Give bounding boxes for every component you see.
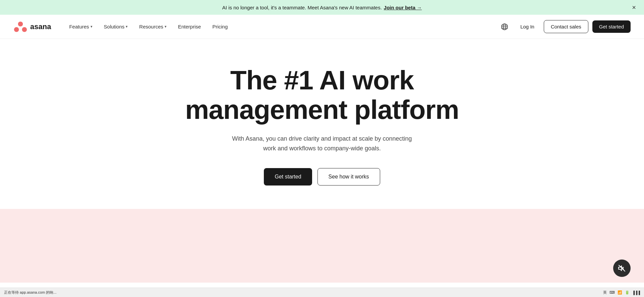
get-started-nav-button[interactable]: Get started [592,20,631,33]
loading-status-text: 正在等待 app.asana.com 的响... [4,290,57,295]
nav-item-solutions[interactable]: Solutions ▾ [99,21,133,32]
banner-cta-link[interactable]: Join our beta → [384,5,422,10]
svg-point-2 [22,27,27,32]
announcement-banner: AI is no longer a tool, it's a teammate.… [0,0,644,15]
keyboard-icon: ⌨ [609,290,615,295]
nav-item-resources[interactable]: Resources ▾ [134,21,171,32]
hero-get-started-button[interactable]: Get started [264,168,312,185]
svg-point-0 [18,21,23,26]
logo-link[interactable]: asana [13,20,51,34]
svg-point-1 [14,27,19,32]
status-bar-left: 正在等待 app.asana.com 的响... [4,290,57,295]
mute-button[interactable] [613,259,631,277]
chevron-down-icon: ▾ [126,24,128,29]
battery-icon: 🔋 [625,290,630,295]
banner-close-button[interactable]: × [632,4,636,11]
hero-visual-section [0,209,644,283]
main-navigation: asana Features ▾ Solutions ▾ Resources ▾… [0,15,644,39]
asana-logo-icon [13,20,27,34]
network-icon: 📶 [618,290,622,295]
hero-cta-buttons: Get started See how it works [264,168,380,185]
status-bar: 正在等待 app.asana.com 的响... 英 ⌨ 📶 🔋 ▐▐▐ [0,288,644,297]
hero-subtitle: With Asana, you can drive clarity and im… [232,134,413,153]
nav-links-container: Features ▾ Solutions ▾ Resources ▾ Enter… [64,21,498,32]
nav-item-features[interactable]: Features ▾ [64,21,97,32]
chevron-down-icon: ▾ [91,24,93,29]
logo-text: asana [30,22,51,31]
status-bar-right: 英 ⌨ 📶 🔋 ▐▐▐ [603,290,640,295]
nav-right-actions: Log In Contact sales Get started [498,20,631,33]
language-selector-button[interactable] [498,20,511,33]
nav-item-pricing[interactable]: Pricing [208,21,232,32]
language-indicator: 英 [603,290,607,295]
hero-title: The #1 AI work management platform [171,66,473,125]
nav-item-enterprise[interactable]: Enterprise [173,21,206,32]
hero-see-how-button[interactable]: See how it works [317,168,380,185]
mute-icon [618,264,626,272]
contact-sales-button[interactable]: Contact sales [544,20,588,33]
chevron-down-icon: ▾ [165,24,167,29]
login-button[interactable]: Log In [515,20,540,33]
globe-icon [501,23,508,30]
bars-icon: ▐▐▐ [632,291,640,295]
banner-text: AI is no longer a tool, it's a teammate.… [222,5,382,10]
hero-section: The #1 AI work management platform With … [0,39,644,206]
